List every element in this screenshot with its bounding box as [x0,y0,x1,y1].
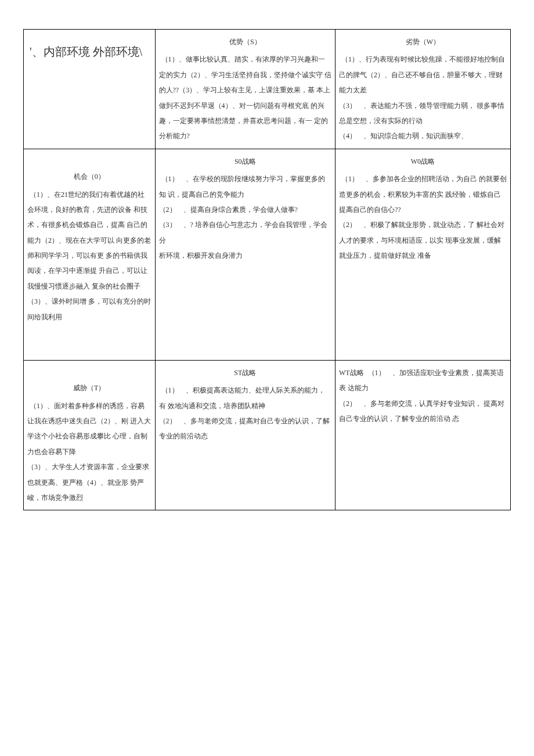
table-row: '、内部环境 外部环境\ 优势（S） （1）、做事比较认真、踏实，有浓厚的学习兴… [24,30,511,149]
so-body: （1） 、在学校的现阶段继续努力学习，掌握更多的知 识，提高自己的竞争能力（2）… [159,175,327,260]
header-environment: '、内部环境 外部环境\ [24,30,156,149]
opportunities-body: （1）、在21世纪的我们有着优越的社会环境，良好的教育，先进的设备 和技术，有很… [27,190,151,321]
strengths-body: （1）、做事比较认真、踏实，有浓厚的学习兴趣和一 定的实力（2）、学习生活坚持自… [159,55,331,140]
wt-title: WT战略 [339,369,364,377]
swot-table: '、内部环境 外部环境\ 优势（S） （1）、做事比较认真、踏实，有浓厚的学习兴… [23,29,511,510]
opportunities-title: 机会（0） [27,169,151,184]
cell-st-strategy: ST战略 （1） 、积极提高表达能力、处理人际关系的能力，有 效地沟通和交流，培… [155,360,335,510]
weaknesses-title: 劣势（W） [339,34,507,49]
weaknesses-body: （1）、行为表现有时候比较焦躁，不能很好地控制自己的脾气（2）、自己还不够自信，… [339,55,505,140]
cell-strengths: 优势（S） （1）、做事比较认真、踏实，有浓厚的学习兴趣和一 定的实力（2）、学… [155,30,335,149]
cell-wt-strategy: WT战略 （1） 、加强适应职业专业素质，提高英语表 达能力（2） 、多与老师交… [335,360,510,510]
table-row: 机会（0） （1）、在21世纪的我们有着优越的社会环境，良好的教育，先进的设备 … [24,149,511,360]
threats-body: （1）、面对着多种多样的诱惑，容易让我在诱惑中迷失自己（2）、刚 进入大学这个小… [27,402,151,502]
cell-weaknesses: 劣势（W） （1）、行为表现有时候比较焦躁，不能很好地控制自己的脾气（2）、自己… [335,30,510,149]
cell-so-strategy: S0战略 （1） 、在学校的现阶段继续努力学习，掌握更多的知 识，提高自己的竞争… [155,149,335,360]
wo-title: W0战略 [339,154,507,169]
cell-threats: 威胁（T） （1）、面对着多种多样的诱惑，容易让我在诱惑中迷失自己（2）、刚 进… [24,360,156,510]
wo-body: （1） 、多参加各企业的招聘活动，为自己 的就要创造更多的机会，积累较为丰富的实… [339,175,507,260]
header-text: '、内部环境 外部环境\ [30,45,142,58]
cell-wo-strategy: W0战略 （1） 、多参加各企业的招聘活动，为自己 的就要创造更多的机会，积累较… [335,149,510,360]
st-title: ST战略 [159,365,331,380]
wt-body: （1） 、加强适应职业专业素质，提高英语表 达能力（2） 、多与老师交流，认真学… [339,369,504,423]
st-body: （1） 、积极提高表达能力、处理人际关系的能力，有 效地沟通和交流，培养团队精神… [159,386,330,440]
table-row: 威胁（T） （1）、面对着多种多样的诱惑，容易让我在诱惑中迷失自己（2）、刚 进… [24,360,511,510]
threats-title: 威胁（T） [27,380,151,395]
cell-opportunities: 机会（0） （1）、在21世纪的我们有着优越的社会环境，良好的教育，先进的设备 … [24,149,156,360]
strengths-title: 优势（S） [159,34,331,49]
so-title: S0战略 [159,154,331,169]
